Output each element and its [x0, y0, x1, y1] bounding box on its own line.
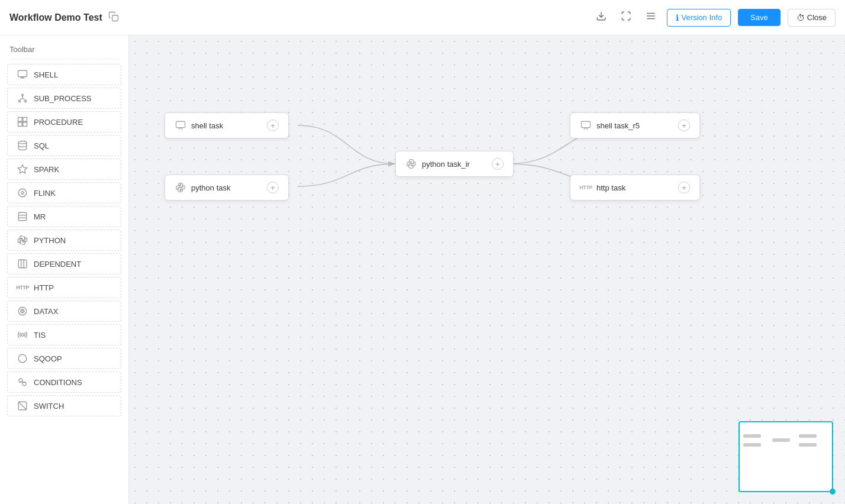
version-info-button[interactable]: ℹ Version Info [667, 9, 731, 27]
conditions-icon [17, 377, 28, 387]
copy-icon[interactable] [108, 11, 119, 24]
svg-point-17 [18, 141, 27, 144]
sidebar-item-dependent[interactable]: DEPENDENT [7, 253, 121, 274]
svg-rect-5 [18, 70, 27, 77]
minimap [738, 421, 833, 492]
info-icon: ℹ [676, 13, 679, 22]
node-shell-task-label: shell task [191, 121, 262, 130]
close-button[interactable]: ⏱ Close [788, 9, 836, 27]
svg-rect-24 [18, 260, 27, 268]
http-icon: HTTP [17, 282, 28, 293]
minimap-node-5 [799, 443, 817, 447]
sidebar-divider [9, 59, 119, 59]
svg-rect-13 [18, 118, 22, 122]
sidebar-item-conditions[interactable]: CONDITIONS [7, 371, 121, 393]
sidebar-item-flink[interactable]: FLINK [7, 182, 121, 203]
minimap-content [740, 422, 832, 491]
sidebar-item-spark[interactable]: SPARK [7, 159, 121, 180]
node-http-task-add[interactable]: + [678, 182, 690, 193]
svg-line-35 [18, 402, 27, 410]
sql-icon [17, 140, 28, 151]
svg-line-12 [22, 98, 25, 101]
node-python-task-add[interactable]: + [267, 182, 279, 193]
node-shell-task-r5-add[interactable]: + [678, 119, 690, 131]
sidebar-label-http: HTTP [34, 283, 54, 292]
python-icon [17, 235, 28, 245]
sidebar-item-sqoop[interactable]: SQOOP [7, 348, 121, 369]
svg-rect-37 [582, 121, 591, 128]
sidebar-item-tis[interactable]: TIS [7, 324, 121, 345]
datax-icon [17, 306, 28, 316]
main-layout: Toolbar SHELL SUB_PROCESS PROCEDURE SQL [0, 35, 845, 504]
sidebar-label-procedure: PROCEDURE [34, 118, 83, 127]
node-shell-task-icon [175, 119, 186, 131]
mr-icon [17, 211, 28, 222]
sidebar-item-mr[interactable]: MR [7, 206, 121, 227]
download-button[interactable] [592, 8, 610, 27]
node-shell-task-add[interactable]: + [267, 119, 279, 131]
svg-rect-21 [18, 212, 27, 221]
fullscreen-button[interactable] [617, 8, 635, 27]
sidebar: Toolbar SHELL SUB_PROCESS PROCEDURE SQL [0, 35, 129, 504]
sidebar-label-sqoop: SQOOP [34, 354, 62, 363]
minimap-handle[interactable] [830, 489, 836, 495]
node-python-task-ir-label: python task_ir [422, 160, 487, 169]
sidebar-label-dependent: DEPENDENT [34, 260, 81, 269]
svg-point-8 [18, 101, 20, 102]
procedure-icon [17, 117, 28, 127]
sidebar-label-datax: DATAX [34, 307, 58, 316]
sidebar-title: Toolbar [0, 35, 128, 59]
node-python-task-ir-icon [405, 158, 417, 170]
node-shell-task-r5[interactable]: shell task_r5 + [570, 112, 700, 138]
node-python-task[interactable]: python task + [165, 175, 289, 201]
node-http-task-icon: HTTP [580, 182, 592, 193]
subprocess-icon [17, 93, 28, 104]
svg-rect-15 [18, 122, 22, 127]
sidebar-item-procedure[interactable]: PROCEDURE [7, 111, 121, 133]
svg-rect-16 [23, 122, 27, 127]
sidebar-item-shell[interactable]: SHELL [7, 64, 121, 85]
node-shell-task[interactable]: shell task + [165, 112, 289, 138]
svg-point-20 [21, 192, 24, 195]
workflow-canvas[interactable]: shell task + python task + python task_i… [129, 35, 845, 504]
sidebar-item-switch[interactable]: SWITCH [7, 395, 121, 416]
node-http-task-label: http task [596, 183, 673, 192]
sidebar-item-sql[interactable]: SQL [7, 135, 121, 156]
minimap-node-1 [743, 434, 761, 438]
sidebar-label-conditions: CONDITIONS [34, 378, 82, 387]
sidebar-item-http[interactable]: HTTP HTTP [7, 277, 121, 298]
svg-rect-36 [176, 121, 185, 128]
sidebar-label-flink: FLINK [34, 189, 56, 198]
sidebar-item-python[interactable]: PYTHON [7, 230, 121, 251]
sidebar-item-subprocess[interactable]: SUB_PROCESS [7, 88, 121, 109]
svg-point-9 [25, 101, 27, 102]
node-shell-task-r5-label: shell task_r5 [596, 121, 673, 130]
node-python-task-ir-add[interactable]: + [492, 158, 504, 170]
tis-icon [17, 329, 28, 340]
dependent-icon [17, 259, 28, 269]
node-python-task-ir[interactable]: python task_ir + [395, 151, 514, 177]
svg-marker-18 [18, 165, 27, 173]
sidebar-label-python: PYTHON [34, 236, 66, 245]
node-shell-task-r5-icon [580, 119, 592, 131]
node-python-task-icon [175, 182, 186, 193]
sidebar-label-spark: SPARK [34, 165, 59, 174]
sidebar-label-tis: TIS [34, 331, 46, 340]
shell-icon [17, 69, 28, 80]
node-http-task[interactable]: HTTP http task + [570, 175, 700, 201]
svg-rect-14 [23, 118, 27, 122]
flink-icon [17, 188, 28, 198]
minimap-node-3 [772, 438, 790, 442]
svg-point-31 [19, 379, 22, 382]
svg-rect-0 [112, 15, 118, 21]
save-button[interactable]: Save [738, 9, 781, 26]
svg-point-7 [22, 94, 24, 96]
node-python-task-label: python task [191, 183, 262, 192]
sidebar-label-sql: SQL [34, 141, 49, 150]
clock-icon: ⏱ [796, 13, 805, 22]
workflow-title: Workflow Demo Test [9, 12, 102, 23]
connections-svg [129, 35, 845, 504]
minimap-node-2 [743, 443, 761, 447]
config-button[interactable] [642, 8, 660, 27]
sidebar-item-datax[interactable]: DATAX [7, 301, 121, 322]
